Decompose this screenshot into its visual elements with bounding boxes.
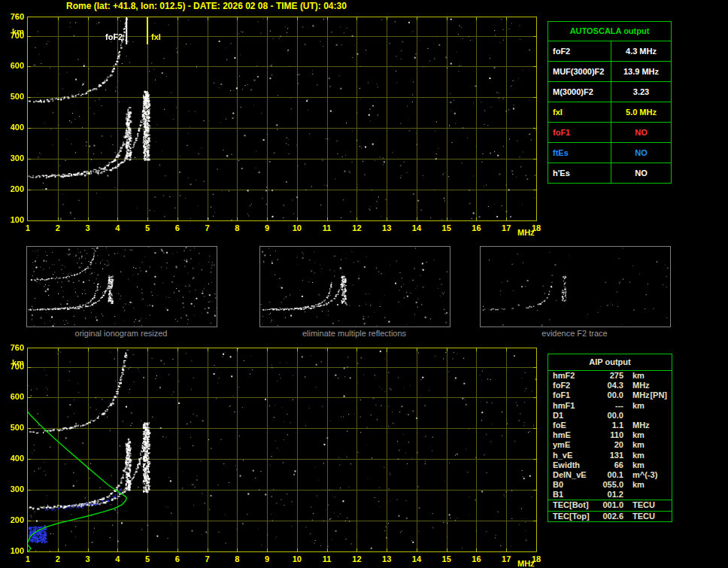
autoscala-row-label: MUF(3000)F2 [548, 62, 611, 81]
autoscala-output-title: AUTOSCALA output [548, 22, 671, 41]
y-tick-label: 300 [3, 484, 24, 494]
aip-value: 055.0 [595, 480, 623, 490]
aip-label: hmF2 [553, 371, 595, 381]
autoscala-window: Rome (lat: +41.8, lon: 012.5) - DATE: 20… [0, 0, 728, 568]
ionogram-top-plot [27, 17, 537, 221]
x-tick-label: 6 [169, 223, 186, 232]
x-tick-label: 2 [50, 554, 66, 563]
aip-label: TEC[Top] [553, 512, 595, 521]
aip-output-table: AIP output hmF2275kmfoF204.3MHzfoF100.0M… [548, 354, 672, 522]
aip-value: 002.6 [595, 512, 623, 521]
x-tick-label: 8 [229, 554, 245, 563]
y-tick-label: 400 [3, 454, 24, 463]
aip-label: hmE [553, 430, 595, 440]
x-tick-label: 8 [229, 223, 245, 232]
aip-label: foF2 [553, 381, 595, 390]
aip-value: --- [595, 401, 623, 411]
y-tick-label: 600 [3, 61, 24, 70]
aip-row: hmE110km [548, 430, 672, 440]
autoscala-row: ftEsNO [548, 143, 671, 163]
aip-row: B0055.0km [548, 480, 672, 490]
x-tick-label: 17 [498, 554, 514, 563]
x-tick-label: 4 [109, 554, 126, 563]
x-tick-label: 2 [50, 223, 66, 232]
autoscala-row-label: ftEs [548, 143, 611, 163]
autoscala-row-value: NO [611, 163, 671, 183]
aip-tec-bot-row: TEC[Bot]001.0TECU [548, 500, 672, 510]
aip-label: foE [553, 421, 595, 430]
x-tick-label: 16 [468, 223, 484, 232]
y-tick-label: 200 [3, 515, 24, 524]
y-tick-label: 200 [3, 184, 24, 193]
aip-output-title: AIP output [548, 354, 672, 371]
thumbnail-f2-trace-canvas [481, 247, 670, 327]
aip-label: hmF1 [553, 401, 595, 411]
aip-label: DelN_vE [553, 470, 595, 480]
aip-value: 66 [595, 460, 623, 470]
x-unit-label: MHz [517, 228, 535, 237]
aip-row: hmF2275km [548, 371, 672, 381]
ionogram-bottom-canvas [28, 348, 536, 551]
aip-row: DelN_vE00.1m^(-3) [548, 470, 672, 480]
station-title: Rome (lat: +41.8, lon: 012.5) - DATE: 20… [66, 1, 347, 11]
x-unit-label: MHz [517, 559, 535, 568]
x-tick-label: 16 [468, 554, 484, 563]
aip-unit: MHz [632, 390, 650, 400]
thumbnail-caption-original: original ionogram resized [26, 329, 216, 338]
ionogram-top-canvas [28, 17, 536, 220]
aip-row: TEC[Bot]001.0TECU [548, 500, 672, 510]
aip-value: 1.1 [595, 421, 623, 430]
x-tick-label: 12 [348, 223, 365, 232]
x-tick-label: 11 [319, 223, 335, 232]
aip-unit: km [632, 430, 645, 440]
autoscala-row-value: 5.0 MHz [611, 102, 671, 122]
autoscala-output-table: AUTOSCALA output foF24.3 MHzMUF(3000)F21… [548, 21, 672, 184]
aip-tec-top-row: TEC[Top]002.6TECU [548, 511, 672, 521]
x-tick-label: 13 [378, 223, 395, 232]
aip-output-rows: hmF2275kmfoF204.3MHzfoF100.0MHz[PN]hmF1-… [548, 371, 672, 500]
aip-row: ymE20km [548, 440, 672, 450]
x-tick-label: 9 [259, 223, 275, 232]
x-tick-label: 5 [139, 223, 156, 232]
x-tick-label: 11 [319, 554, 335, 563]
y-tick-label: 600 [3, 392, 24, 401]
y-tick-label: 760 [3, 12, 24, 21]
aip-label: h_vE [553, 451, 595, 460]
aip-unit: km [632, 440, 645, 450]
thumbnail-original-canvas [27, 247, 217, 327]
aip-unit: TECU [632, 500, 655, 510]
x-tick-label: 1 [20, 554, 36, 563]
aip-value: 20 [595, 440, 623, 450]
x-tick-label: 3 [80, 223, 96, 232]
x-tick-label: 4 [109, 223, 126, 232]
autoscala-row: foF1NO [548, 123, 671, 143]
aip-label: B1 [553, 490, 595, 500]
aip-label: ymE [553, 440, 595, 450]
aip-unit: TECU [632, 512, 655, 521]
aip-row: TEC[Top]002.6TECU [548, 512, 672, 521]
x-tick-label: 13 [378, 554, 395, 563]
aip-row: hmF1---km [548, 401, 672, 411]
aip-value: 00.0 [595, 390, 623, 400]
x-tick-label: 7 [199, 554, 216, 563]
y-tick-label: 760 [3, 343, 24, 352]
aip-row: foF204.3MHz [548, 381, 672, 390]
aip-extra: [PN] [650, 390, 667, 400]
y-tick-label: 500 [3, 92, 24, 101]
thumbnail-f2-trace [480, 246, 671, 327]
aip-unit: km [632, 480, 645, 490]
y-tick-label: 300 [3, 153, 24, 163]
aip-label: Ewidth [553, 460, 595, 470]
aip-row: foE1.1MHz [548, 421, 672, 430]
x-tick-label: 14 [408, 554, 425, 563]
autoscala-row: h'EsNO [548, 163, 671, 183]
autoscala-row-label: h'Es [548, 163, 611, 183]
thumbnail-multiple-reflections [259, 246, 450, 327]
thumbnail-caption-multiple-reflections: eliminate multiple reflections [259, 329, 449, 338]
aip-row: Ewidth66km [548, 460, 672, 470]
x-tick-label: 10 [289, 554, 305, 563]
aip-value: 01.2 [595, 490, 623, 500]
autoscala-row-value: NO [611, 143, 671, 163]
aip-value: 04.3 [595, 381, 623, 390]
autoscala-row-label: M(3000)F2 [548, 82, 611, 102]
